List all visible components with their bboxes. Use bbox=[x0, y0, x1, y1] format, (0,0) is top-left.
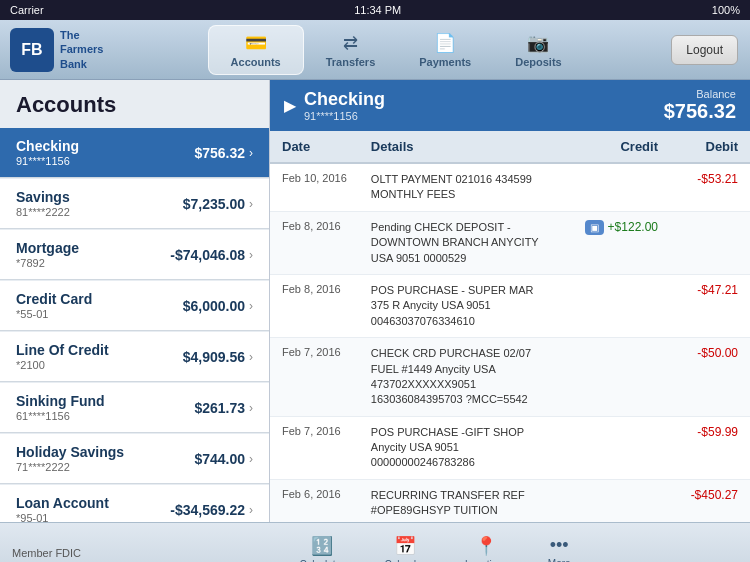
tx-credit: ▣+$122.00 bbox=[563, 211, 670, 274]
status-bar: Carrier 11:34 PM 100% bbox=[0, 0, 750, 20]
col-date: Date bbox=[270, 131, 359, 163]
fdic-label: Member FDIC bbox=[0, 547, 120, 559]
tx-date: Feb 8, 2016 bbox=[270, 211, 359, 274]
table-row: Feb 7, 2016 POS PURCHASE -GIFT SHOP Anyc… bbox=[270, 416, 750, 479]
account-balance: $261.73 bbox=[194, 400, 245, 416]
chevron-right-icon: › bbox=[249, 146, 253, 160]
transactions-table: Date Details Credit Debit Feb 10, 2016 O… bbox=[270, 131, 750, 522]
sidebar-title: Accounts bbox=[0, 80, 269, 128]
tx-debit: -$450.27 bbox=[670, 479, 750, 522]
tx-credit bbox=[563, 338, 670, 417]
tx-credit bbox=[563, 163, 670, 211]
account-balance: $4,909.56 bbox=[183, 349, 245, 365]
account-name: Mortgage bbox=[16, 240, 79, 256]
account-name: Line Of Credit bbox=[16, 342, 109, 358]
tx-debit: -$50.00 bbox=[670, 338, 750, 417]
accounts-sidebar: Accounts Checking 91****1156 $756.32 › S… bbox=[0, 80, 270, 522]
tx-details: RECURRING TRANSFER REF #OPE89GHSYP TUITI… bbox=[359, 479, 563, 522]
deposits-tab-label: Deposits bbox=[515, 56, 561, 68]
tx-details: Pending CHECK DEPOSIT - DOWNTOWN BRANCH … bbox=[359, 211, 563, 274]
detail-account-name: Checking bbox=[304, 89, 385, 110]
col-details: Details bbox=[359, 131, 563, 163]
detail-header: ▶ Checking 91****1156 Balance $756.32 bbox=[270, 80, 750, 131]
tab-accounts[interactable]: 💳 Accounts bbox=[208, 25, 304, 75]
account-item-holiday-savings[interactable]: Holiday Savings 71****2222 $744.00 › bbox=[0, 434, 269, 484]
tx-debit: -$59.99 bbox=[670, 416, 750, 479]
payments-tab-label: Payments bbox=[419, 56, 471, 68]
tx-date: Feb 8, 2016 bbox=[270, 274, 359, 337]
accounts-tab-label: Accounts bbox=[231, 56, 281, 68]
footer-tab-more[interactable]: ••• More bbox=[528, 529, 591, 562]
logo-text: The Farmers Bank bbox=[60, 28, 103, 71]
tx-credit bbox=[563, 479, 670, 522]
account-item-savings[interactable]: Savings 81****2222 $7,235.00 › bbox=[0, 179, 269, 229]
account-item-checking[interactable]: Checking 91****1156 $756.32 › bbox=[0, 128, 269, 178]
tab-payments[interactable]: 📄 Payments bbox=[397, 26, 493, 74]
tab-deposits[interactable]: 📷 Deposits bbox=[493, 26, 583, 74]
chevron-right-icon: › bbox=[249, 248, 253, 262]
detail-account-number: 91****1156 bbox=[304, 110, 385, 122]
logo-area: FB The Farmers Bank bbox=[0, 28, 120, 72]
deposits-icon: 📷 bbox=[527, 32, 549, 54]
carrier-label: Carrier bbox=[10, 4, 44, 16]
more-label: More bbox=[548, 558, 571, 562]
account-item-sinking-fund[interactable]: Sinking Fund 61****1156 $261.73 › bbox=[0, 383, 269, 433]
account-number: 91****1156 bbox=[16, 155, 79, 167]
account-number: 61****1156 bbox=[16, 410, 105, 422]
transfers-tab-label: Transfers bbox=[326, 56, 376, 68]
table-row: Feb 7, 2016 CHECK CRD PURCHASE 02/07 FUE… bbox=[270, 338, 750, 417]
chevron-right-icon: › bbox=[249, 401, 253, 415]
logout-button[interactable]: Logout bbox=[671, 35, 738, 65]
account-name: Sinking Fund bbox=[16, 393, 105, 409]
footer-tab-calculator[interactable]: 🔢 Calculator bbox=[279, 529, 364, 562]
app-footer: Member FDIC 🔢 Calculator 📅 Calendar 📍 Lo… bbox=[0, 522, 750, 562]
account-number: *7892 bbox=[16, 257, 79, 269]
account-number: 81****2222 bbox=[16, 206, 70, 218]
account-name: Checking bbox=[16, 138, 79, 154]
account-item-loan-account[interactable]: Loan Account *95-01 -$34,569.22 › bbox=[0, 485, 269, 522]
tx-debit: -$53.21 bbox=[670, 163, 750, 211]
accounts-icon: 💳 bbox=[245, 32, 267, 54]
main-layout: Accounts Checking 91****1156 $756.32 › S… bbox=[0, 80, 750, 522]
tx-date: Feb 6, 2016 bbox=[270, 479, 359, 522]
footer-nav: 🔢 Calculator 📅 Calendar 📍 Locations ••• … bbox=[120, 529, 750, 562]
table-row: Feb 8, 2016 POS PURCHASE - SUPER MAR 375… bbox=[270, 274, 750, 337]
col-debit: Debit bbox=[670, 131, 750, 163]
account-name: Holiday Savings bbox=[16, 444, 124, 460]
account-balance: $6,000.00 bbox=[183, 298, 245, 314]
account-balance: $756.32 bbox=[194, 145, 245, 161]
time-label: 11:34 PM bbox=[354, 4, 401, 16]
account-name: Credit Card bbox=[16, 291, 92, 307]
account-balance: -$74,046.08 bbox=[170, 247, 245, 263]
table-row: Feb 10, 2016 OLTT PAYMENT 021016 434599 … bbox=[270, 163, 750, 211]
battery-label: 100% bbox=[712, 4, 740, 16]
tx-details: POS PURCHASE - SUPER MAR 375 R Anycity U… bbox=[359, 274, 563, 337]
more-icon: ••• bbox=[550, 535, 569, 556]
account-number: *95-01 bbox=[16, 512, 109, 522]
account-name: Loan Account bbox=[16, 495, 109, 511]
tx-debit bbox=[670, 211, 750, 274]
account-item-mortgage[interactable]: Mortgage *7892 -$74,046.08 › bbox=[0, 230, 269, 280]
footer-tab-calendar[interactable]: 📅 Calendar bbox=[364, 529, 445, 562]
account-balance: -$34,569.22 bbox=[170, 502, 245, 518]
tx-date: Feb 7, 2016 bbox=[270, 338, 359, 417]
calendar-icon: 📅 bbox=[394, 535, 416, 557]
chevron-right-icon: › bbox=[249, 350, 253, 364]
account-number: 71****2222 bbox=[16, 461, 124, 473]
transactions-body: Feb 10, 2016 OLTT PAYMENT 021016 434599 … bbox=[270, 163, 750, 522]
tx-details: OLTT PAYMENT 021016 434599 MONTHLY FEES bbox=[359, 163, 563, 211]
app-header: FB The Farmers Bank 💳 Accounts ⇄ Transfe… bbox=[0, 20, 750, 80]
account-balance: $744.00 bbox=[194, 451, 245, 467]
tab-transfers[interactable]: ⇄ Transfers bbox=[304, 26, 398, 74]
detail-panel: ▶ Checking 91****1156 Balance $756.32 Da… bbox=[270, 80, 750, 522]
account-item-line-of-credit[interactable]: Line Of Credit *2100 $4,909.56 › bbox=[0, 332, 269, 382]
tx-date: Feb 10, 2016 bbox=[270, 163, 359, 211]
tx-details: POS PURCHASE -GIFT SHOP Anycity USA 9051… bbox=[359, 416, 563, 479]
main-nav: 💳 Accounts ⇄ Transfers 📄 Payments 📷 Depo… bbox=[120, 25, 671, 75]
col-credit: Credit bbox=[563, 131, 670, 163]
account-item-credit-card[interactable]: Credit Card *55-01 $6,000.00 › bbox=[0, 281, 269, 331]
locations-icon: 📍 bbox=[475, 535, 497, 557]
footer-tab-locations[interactable]: 📍 Locations bbox=[445, 529, 528, 562]
table-header-row: Date Details Credit Debit bbox=[270, 131, 750, 163]
table-row: Feb 8, 2016 Pending CHECK DEPOSIT - DOWN… bbox=[270, 211, 750, 274]
